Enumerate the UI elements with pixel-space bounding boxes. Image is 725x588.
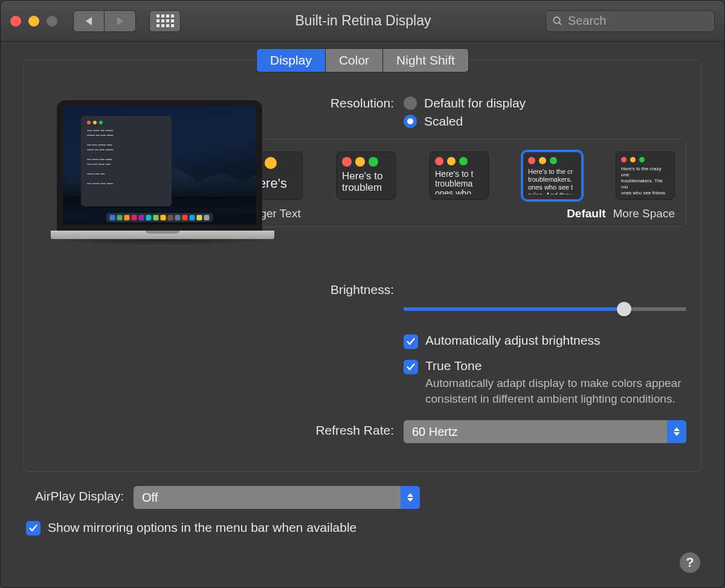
resolution-scaled-radio[interactable]: Scaled [404, 112, 686, 130]
display-preferences-window: Built-in Retina Display Search Display C… [0, 0, 725, 588]
true-tone-checkbox[interactable]: True Tone Automatically adapt display to… [404, 359, 686, 407]
resolution-default-label: Default for display [424, 96, 526, 110]
select-stepper-icon [401, 486, 420, 509]
select-stepper-icon [667, 420, 686, 443]
checkbox-icon [26, 521, 40, 535]
airplay-select[interactable]: Off [134, 486, 420, 509]
main-area: ▪▪▪▪ ▪▪▪▪▪ ▪▪▪ ▪▪▪▪▪▪▪▪▪▪▪▪ ▪▪▪ ▪▪▪▪ ▪▪▪… [39, 60, 686, 450]
auto-brightness-checkbox[interactable]: Automatically adjust brightness [404, 333, 686, 349]
true-tone-label: True Tone [425, 359, 686, 373]
checkbox-icon [404, 360, 418, 374]
refresh-rate-label: Refresh Rate: [304, 421, 404, 439]
resolution-thumb-3[interactable]: Here's to the cr troublemakers. ones who… [523, 152, 582, 200]
tab-night-shift[interactable]: Night Shift [383, 49, 468, 72]
close-window-button[interactable] [10, 16, 21, 27]
help-button[interactable]: ? [680, 552, 700, 573]
window-title: Built-in Retina Display [188, 13, 538, 29]
auto-brightness-label: Automatically adjust brightness [425, 333, 600, 348]
display-preview: ▪▪▪▪ ▪▪▪▪▪ ▪▪▪ ▪▪▪▪▪▪▪▪▪▪▪▪ ▪▪▪ ▪▪▪▪ ▪▪▪… [39, 94, 280, 450]
resolution-thumb-1[interactable]: Here's to troublem [337, 152, 396, 200]
zoom-window-button[interactable] [47, 16, 57, 27]
laptop-illustration: ▪▪▪▪ ▪▪▪▪▪ ▪▪▪ ▪▪▪▪▪▪▪▪▪▪▪▪ ▪▪▪ ▪▪▪▪ ▪▪▪… [51, 100, 268, 245]
resolution-thumb-4[interactable]: Here's to the crazy one troublemakers. T… [616, 152, 675, 200]
settings-column: Resolution: Default for display Scaled [304, 94, 686, 450]
resolution-thumb-2[interactable]: Here's to t troublema ones who [430, 152, 489, 200]
search-icon [552, 16, 563, 27]
search-placeholder: Search [568, 14, 606, 28]
titlebar: Built-in Retina Display Search [1, 1, 724, 42]
back-button[interactable] [73, 10, 105, 32]
search-field[interactable]: Search [546, 10, 715, 32]
forward-button[interactable] [105, 10, 136, 32]
airplay-value: Off [142, 491, 158, 505]
slider-knob[interactable] [617, 302, 631, 316]
radio-icon [404, 97, 417, 110]
content-area: Display Color Night Shift ▪▪▪▪ ▪▪▪▪▪ ▪▪▪… [1, 42, 724, 587]
thumb-label-default: Default [567, 207, 605, 220]
brightness-label: Brightness: [304, 281, 404, 299]
settings-panel: Display Color Night Shift ▪▪▪▪ ▪▪▪▪▪ ▪▪▪… [24, 60, 701, 471]
footer: AirPlay Display: Off Show mirroring opti… [24, 471, 701, 535]
true-tone-description: Automatically adapt display to make colo… [425, 375, 686, 407]
resolution-scaled-label: Scaled [424, 114, 463, 129]
show-all-button[interactable] [149, 10, 181, 32]
thumb-label-more: More Space [613, 207, 675, 220]
chevron-right-icon [117, 17, 123, 25]
radio-icon [404, 115, 417, 128]
nav-buttons [73, 10, 136, 32]
window-controls [10, 16, 57, 27]
mirroring-checkbox[interactable]: Show mirroring options in the menu bar w… [26, 520, 699, 535]
airplay-label: AirPlay Display: [26, 487, 134, 505]
resolution-label: Resolution: [304, 94, 404, 112]
resolution-thumbnails: Here's Here's to troublem Here's to t tr… [232, 139, 686, 227]
resolution-default-radio[interactable]: Default for display [404, 94, 686, 112]
tab-bar: Display Color Night Shift [256, 48, 469, 72]
brightness-slider[interactable] [404, 302, 686, 316]
tab-display[interactable]: Display [257, 49, 326, 72]
grid-icon [156, 14, 174, 27]
slider-fill [404, 307, 624, 311]
chevron-left-icon [86, 17, 92, 25]
checkbox-icon [404, 334, 418, 349]
svg-point-0 [553, 17, 560, 24]
refresh-rate-value: 60 Hertz [412, 425, 458, 439]
refresh-rate-select[interactable]: 60 Hertz [404, 420, 686, 443]
svg-line-1 [559, 22, 561, 25]
tab-color[interactable]: Color [326, 49, 383, 72]
minimize-window-button[interactable] [28, 16, 39, 27]
mirroring-label: Show mirroring options in the menu bar w… [48, 520, 356, 535]
